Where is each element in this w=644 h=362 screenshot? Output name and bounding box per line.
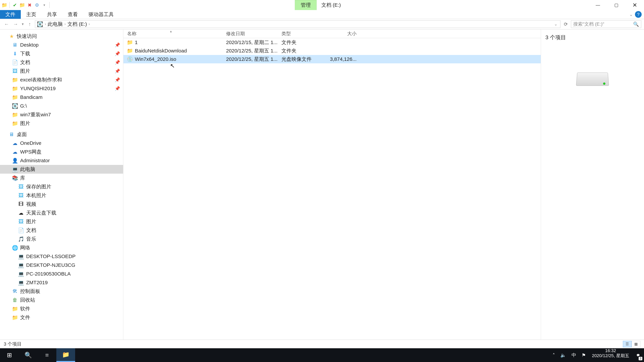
desktop-icon: 🖥 bbox=[9, 132, 14, 137]
tree-local-pics[interactable]: 🖼本机照片 bbox=[0, 191, 123, 200]
nav-back-button[interactable]: ← bbox=[3, 20, 10, 28]
tray-overflow-icon[interactable]: ˄ bbox=[552, 353, 555, 358]
pin-icon[interactable]: 📌 bbox=[115, 51, 120, 56]
qat-newfolder-icon[interactable]: 📁 bbox=[19, 2, 26, 8]
tab-view[interactable]: 查看 bbox=[62, 10, 83, 19]
tree-pictures[interactable]: 🖼图片📌 bbox=[0, 67, 123, 75]
qat-properties-icon[interactable]: ✔ bbox=[12, 2, 18, 8]
tree-thispc[interactable]: 💻此电脑 bbox=[0, 165, 123, 174]
refresh-button[interactable]: ⟳ bbox=[562, 20, 570, 28]
file-name: Win7x64_2020.iso bbox=[135, 56, 176, 62]
tree-downloads[interactable]: ⬇下载📌 bbox=[0, 49, 123, 58]
file-list[interactable]: ▴ 名称 修改日期 类型 大小 📁12020/12/15, 星期二 1...文件… bbox=[124, 29, 541, 340]
column-name[interactable]: 名称 bbox=[124, 30, 222, 37]
tree-video[interactable]: 🎞视频 bbox=[0, 200, 123, 209]
tree-control-panel[interactable]: 🛠控制面板 bbox=[0, 287, 123, 296]
column-type[interactable]: 类型 bbox=[278, 30, 323, 37]
file-row[interactable]: 📁BaiduNetdiskDownload2020/12/25, 星期五 1..… bbox=[124, 46, 541, 55]
file-row[interactable]: 📁12020/12/15, 星期二 1...文件夹 bbox=[124, 38, 541, 46]
search-input[interactable]: 搜索"文档 (E:)" 🔍 bbox=[571, 20, 641, 28]
tree-pictures2[interactable]: 📁图片 bbox=[0, 119, 123, 128]
tree-onedrive[interactable]: ☁OneDrive bbox=[0, 139, 123, 147]
security-icon[interactable]: ⚑ bbox=[582, 353, 586, 358]
pin-icon[interactable]: 📌 bbox=[115, 77, 120, 82]
tab-share[interactable]: 共享 bbox=[42, 10, 62, 19]
pin-icon[interactable]: 📌 bbox=[115, 86, 120, 91]
view-details-button[interactable]: ☰ bbox=[623, 341, 632, 347]
tree-gdrive[interactable]: 💽G:\ bbox=[0, 102, 123, 110]
pin-icon[interactable]: 📌 bbox=[115, 60, 120, 65]
minimize-button[interactable]: — bbox=[589, 0, 607, 10]
tree-pics3[interactable]: 🖼图片 bbox=[0, 217, 123, 226]
tree-recycle[interactable]: 🗑回收站 bbox=[0, 296, 123, 304]
contextual-tab-manage[interactable]: 管理 bbox=[295, 0, 317, 10]
nav-tree[interactable]: ★快速访问 🖥Desktop📌 ⬇下载📌 📄文档📌 🖼图片📌 📁excel表格制… bbox=[0, 29, 124, 340]
address-dropdown-icon[interactable]: ⌄ bbox=[554, 22, 558, 26]
action-center-button[interactable]: 💬 3 bbox=[632, 348, 644, 362]
nav-forward-button[interactable]: → bbox=[12, 20, 20, 28]
tree-wps[interactable]: ☁WPS网盘 bbox=[0, 147, 123, 156]
tree-tianyi[interactable]: ☁天翼云盘下载 bbox=[0, 209, 123, 217]
wps-icon: ☁ bbox=[12, 149, 18, 155]
tree-desktop-cn[interactable]: 🖥桌面 bbox=[0, 130, 123, 139]
tree-pc3[interactable]: 💻PC-20190530OBLA bbox=[0, 270, 123, 278]
view-icons-button[interactable]: ▦ bbox=[632, 341, 640, 347]
taskbar-clock[interactable]: 16:32 2020/12/25, 星期五 bbox=[589, 348, 632, 362]
taskbar-explorer-button[interactable]: 📁 bbox=[56, 348, 75, 362]
qat-delete-icon[interactable]: ✖ bbox=[26, 2, 33, 8]
qat-customize-icon[interactable]: ⚙ bbox=[34, 2, 40, 8]
tree-soft[interactable]: 📁软件 bbox=[0, 304, 123, 313]
chevron-right-icon[interactable]: › bbox=[88, 22, 90, 26]
taskbar-search-button[interactable]: 🔍 bbox=[19, 348, 38, 362]
volume-icon[interactable]: 🔈 bbox=[560, 353, 566, 358]
tree-library[interactable]: 📚库 bbox=[0, 174, 123, 182]
control-panel-icon: 🛠 bbox=[12, 289, 18, 294]
qat-dropdown-icon[interactable]: ▾ bbox=[41, 2, 48, 8]
nav-up-button[interactable]: ↑ bbox=[26, 20, 34, 28]
tree-music[interactable]: 🎵音乐 bbox=[0, 235, 123, 243]
tree-quick-access[interactable]: ★快速访问 bbox=[0, 32, 123, 40]
chevron-right-icon[interactable]: › bbox=[45, 22, 46, 26]
tree-yunqishi[interactable]: 📁YUNQISHI2019📌 bbox=[0, 84, 123, 93]
tree-saved-pics[interactable]: 🖼保存的图片 bbox=[0, 182, 123, 191]
help-icon[interactable]: ? bbox=[635, 11, 642, 18]
tree-docs3[interactable]: 📁文件 bbox=[0, 313, 123, 322]
file-type: 文件夹 bbox=[278, 47, 323, 54]
tree-pc2[interactable]: 💻DESKTOP-NJEU3CG bbox=[0, 261, 123, 270]
tree-documents[interactable]: 📄文档📌 bbox=[0, 58, 123, 67]
sort-indicator-icon: ▴ bbox=[170, 29, 172, 33]
breadcrumb-current[interactable]: 文档 (E:)› bbox=[68, 21, 90, 28]
tree-bandicam[interactable]: 📁Bandicam bbox=[0, 93, 123, 102]
start-button[interactable]: ⊞ bbox=[0, 348, 19, 362]
maximize-button[interactable]: ▢ bbox=[607, 0, 626, 10]
pin-icon[interactable]: 📌 bbox=[115, 68, 120, 74]
ime-indicator[interactable]: 中 bbox=[572, 352, 576, 358]
listview: ▴ 名称 修改日期 类型 大小 📁12020/12/15, 星期二 1...文件… bbox=[124, 29, 644, 340]
close-button[interactable]: ✕ bbox=[626, 0, 644, 10]
tree-excel[interactable]: 📁excel表格制作求和📌 bbox=[0, 75, 123, 84]
pin-icon[interactable]: 📌 bbox=[115, 42, 120, 48]
file-row[interactable]: 💿Win7x64_2020.iso2020/12/25, 星期五 1...光盘映… bbox=[124, 55, 541, 63]
chevron-right-icon[interactable]: › bbox=[64, 22, 66, 26]
tree-pc4[interactable]: 💻ZMT2019 bbox=[0, 278, 123, 287]
search-icon[interactable]: 🔍 bbox=[633, 21, 639, 27]
tab-drive-tools[interactable]: 驱动器工具 bbox=[83, 10, 119, 19]
tree-win7[interactable]: 📁win7重装win7 bbox=[0, 110, 123, 119]
qat-separator bbox=[10, 2, 10, 8]
tab-home[interactable]: 主页 bbox=[21, 10, 42, 19]
column-date[interactable]: 修改日期 bbox=[222, 30, 278, 37]
picture-icon: 🖼 bbox=[18, 219, 24, 224]
nav-history-dropdown[interactable]: ▾ bbox=[21, 22, 24, 26]
tree-network[interactable]: 🌐网络 bbox=[0, 243, 123, 252]
breadcrumb[interactable]: 💽 › 此电脑› 文档 (E:)› ⌄ bbox=[35, 20, 560, 28]
tab-file[interactable]: 文件 bbox=[0, 10, 21, 19]
column-size[interactable]: 大小 bbox=[323, 30, 362, 37]
tree-docs2[interactable]: 📄文档 bbox=[0, 226, 123, 235]
tree-admin[interactable]: 👤Administrator bbox=[0, 156, 123, 165]
qat-separator bbox=[49, 2, 50, 8]
ribbon-expand-icon[interactable]: ⌄ bbox=[629, 12, 633, 17]
tree-desktop[interactable]: 🖥Desktop📌 bbox=[0, 40, 123, 49]
task-view-button[interactable]: ⌗ bbox=[38, 348, 56, 362]
tree-pc1[interactable]: 💻DESKTOP-LSSOEDP bbox=[0, 252, 123, 261]
breadcrumb-root[interactable]: 此电脑› bbox=[48, 21, 66, 28]
